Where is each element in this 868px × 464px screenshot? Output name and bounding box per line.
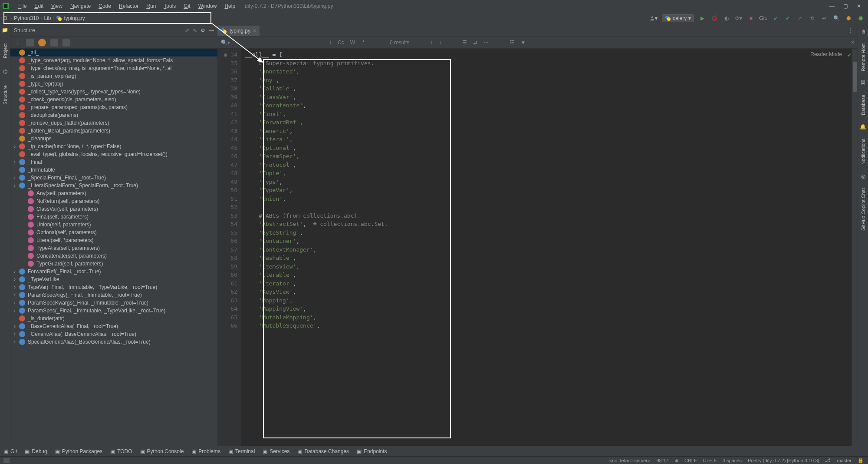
tool-terminal[interactable]: ▣Terminal xyxy=(228,448,255,454)
find-regex[interactable]: .* xyxy=(361,40,365,46)
structure-item[interactable]: ›_Final xyxy=(10,158,217,166)
structure-item[interactable]: ›ParamSpec(_Final, _Immutable, _TypeVarL… xyxy=(10,307,217,315)
structure-item[interactable]: _type_convert(arg, module=None, *, allow… xyxy=(10,56,217,64)
status-enc[interactable]: UTF-8 xyxy=(703,458,717,463)
status-branch[interactable]: master xyxy=(837,458,852,463)
tool-problems[interactable]: ▣Problems xyxy=(191,448,220,454)
structure-item[interactable]: _all_ xyxy=(10,49,217,56)
breadcrumb-seg[interactable]: Lib xyxy=(44,15,51,21)
find-settings-icon[interactable]: ☷ xyxy=(510,40,514,46)
maximize-icon[interactable]: ▢ xyxy=(843,3,848,9)
scroll-thumb[interactable] xyxy=(853,62,857,92)
structure-tool-label[interactable]: Structure xyxy=(3,85,8,105)
structure-item[interactable]: NoReturn(self, parameters) xyxy=(10,197,217,205)
structure-item[interactable]: ›SpecialGenericAlias(_BaseGenericAlias, … xyxy=(10,338,217,346)
filter3-icon[interactable] xyxy=(50,39,58,46)
structure-item[interactable]: ›ParamSpecArgs(_Final, _Immutable, _root… xyxy=(10,291,217,299)
find-next-icon[interactable]: ↓ xyxy=(439,40,441,46)
lock-icon[interactable]: 🔒 xyxy=(858,457,864,463)
structure-item[interactable]: _cleanups xyxy=(10,135,217,143)
breadcrumb-file[interactable]: typing.py xyxy=(64,15,85,21)
project-tool-icon[interactable]: 📁 xyxy=(2,27,8,33)
find-prev-icon[interactable]: ↑ xyxy=(430,40,433,46)
debug-icon[interactable]: 🐞 xyxy=(710,14,718,22)
copilot-icon[interactable]: ◎ xyxy=(861,173,865,179)
status-le[interactable]: CRLF xyxy=(684,458,697,463)
tab-options-icon[interactable]: ⋮ xyxy=(844,27,858,33)
structure-item[interactable]: ›_GenericAlias(_BaseGenericAlias, _root=… xyxy=(10,330,217,338)
structure-item[interactable]: _is_param_expr(arg) xyxy=(10,72,217,80)
structure-item[interactable]: _type_check(arg, msg, is_argument=True, … xyxy=(10,64,217,72)
structure-item[interactable]: ›_LiteralSpecialForm(_SpecialForm, _root… xyxy=(10,182,217,189)
menu-navigate[interactable]: Navigate xyxy=(67,1,94,11)
menu-code[interactable]: Code xyxy=(95,1,115,11)
codewithme-icon[interactable]: ⬣ xyxy=(857,14,865,22)
tool-python-packages[interactable]: ▣Python Packages xyxy=(55,448,102,454)
collapse-icon[interactable]: ⤡ xyxy=(193,27,197,33)
git-rollback-icon[interactable]: ↩ xyxy=(820,14,828,22)
structure-item[interactable]: Union(self, parameters) xyxy=(10,221,217,229)
menu-edit[interactable]: Edit xyxy=(31,1,47,11)
gutter[interactable]: ● 34353637383940414243444546474849505152… xyxy=(217,49,241,446)
structure-item[interactable]: ›_SpecialForm(_Final, _root=True) xyxy=(10,174,217,182)
remote-host-icon[interactable]: 🖥 xyxy=(861,29,866,35)
breadcrumb-drive[interactable]: D: xyxy=(3,15,9,21)
code-area[interactable]: ● 34353637383940414243444546474849505152… xyxy=(217,49,858,446)
tool-debug[interactable]: ▣Debug xyxy=(25,448,47,454)
structure-item[interactable]: TypeGuard(self, parameters) xyxy=(10,260,217,268)
status-widgets-icon[interactable] xyxy=(3,458,10,463)
menu-help[interactable]: Help xyxy=(221,1,239,11)
structure-item[interactable]: _Immutable xyxy=(10,166,217,174)
structure-item[interactable]: ›ParamSpecKwargs(_Final, _Immutable, _ro… xyxy=(10,299,217,307)
structure-tree[interactable]: _all__type_convert(arg, module=None, *, … xyxy=(10,49,217,446)
menu-window[interactable]: Window xyxy=(195,1,220,11)
breadcrumb-seg[interactable]: Python310 xyxy=(14,15,39,21)
close-icon[interactable]: ✕ xyxy=(857,3,861,9)
structure-item[interactable]: _check_generic(cls, parameters, elen) xyxy=(10,96,217,103)
find-close-icon[interactable]: × xyxy=(851,40,854,46)
tool-services[interactable]: ▣Services xyxy=(263,448,289,454)
reader-mode-label[interactable]: Reader Mode xyxy=(810,51,842,57)
tool-endpoints[interactable]: ▣Endpoints xyxy=(357,448,387,454)
tool-git[interactable]: ▣Git xyxy=(3,448,17,454)
expand-icon[interactable]: ⤢ xyxy=(185,27,189,33)
run-config-selector[interactable]: celery ▾ xyxy=(662,14,694,22)
notifications-label[interactable]: Notifications xyxy=(861,139,866,165)
structure-item[interactable]: _flatten_literal_params(parameters) xyxy=(10,127,217,135)
database-label[interactable]: Database xyxy=(861,95,866,115)
structure-item[interactable]: ›_BaseGenericAlias(_Final, _root=True) xyxy=(10,322,217,330)
coverage-icon[interactable]: ◐ xyxy=(723,14,730,22)
structure-item[interactable]: Any(self, parameters) xyxy=(10,189,217,197)
structure-tool-icon[interactable]: ⌬ xyxy=(3,69,7,75)
copilot-label[interactable]: GitHub Copilot Chat xyxy=(861,188,866,231)
structure-item[interactable]: _type_repr(obj) xyxy=(10,80,217,88)
status-server[interactable]: <no default server> xyxy=(609,458,651,463)
menu-file[interactable]: File xyxy=(15,1,30,11)
structure-item[interactable]: ›TypeVar(_Final, _Immutable, _TypeVarLik… xyxy=(10,283,217,291)
sort-icon[interactable]: ↕ xyxy=(14,39,22,46)
tool-python-console[interactable]: ▣Python Console xyxy=(140,448,184,454)
user-icon[interactable]: ▾ xyxy=(650,14,658,22)
reader-mode-check-icon[interactable]: ✔ xyxy=(847,52,852,58)
tool-database-changes[interactable]: ▣Database Changes xyxy=(297,448,349,454)
notifications-icon[interactable]: 🔔 xyxy=(860,124,866,130)
filter-fields-icon[interactable] xyxy=(38,39,46,46)
structure-item[interactable]: TypeAlias(self, parameters) xyxy=(10,244,217,252)
database-icon[interactable]: 🗄 xyxy=(861,80,866,86)
ai-icon[interactable]: ⬢ xyxy=(845,14,852,22)
structure-item[interactable]: _eval_type(t, globalns, localns, recursi… xyxy=(10,150,217,158)
structure-item[interactable]: ClassVar(self, parameters) xyxy=(10,205,217,213)
structure-item[interactable]: Concatenate(self, parameters) xyxy=(10,252,217,260)
find-select-icon[interactable]: ☰ xyxy=(462,40,467,46)
structure-item[interactable]: _is_dunder(attr) xyxy=(10,315,217,322)
structure-item[interactable]: ›_TypeVarLike xyxy=(10,275,217,283)
gear-icon[interactable]: ⚙ xyxy=(201,27,205,33)
structure-item[interactable]: Final(self, parameters) xyxy=(10,213,217,221)
git-commit-icon[interactable]: ✔ xyxy=(784,14,792,22)
status-indent[interactable]: 4 spaces xyxy=(723,458,742,463)
find-arrows-icon[interactable]: ↕ xyxy=(329,40,332,46)
structure-item[interactable]: _collect_type_vars(types_, typevar_types… xyxy=(10,88,217,96)
find-word[interactable]: W xyxy=(350,40,355,46)
structure-item[interactable]: _remove_dups_flatten(parameters) xyxy=(10,119,217,127)
structure-item[interactable]: Optional(self, parameters) xyxy=(10,229,217,236)
